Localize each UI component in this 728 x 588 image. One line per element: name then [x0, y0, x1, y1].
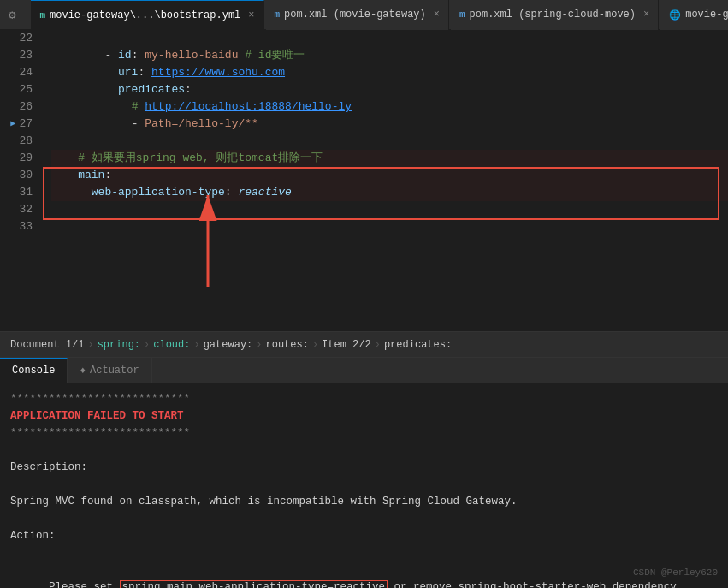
gutter-24: 24 [0, 64, 36, 81]
gear-icon[interactable]: ⚙ [3, 8, 21, 22]
panel-tabs: Console ♦ Actuator [0, 358, 728, 383]
watermark: CSDN @Perley620 [633, 564, 718, 581]
gutter-26: 26 [0, 98, 36, 116]
gutter-25: 25 [0, 81, 36, 98]
gutter-33: 33 [0, 218, 36, 235]
console-action-label: Action: [10, 527, 718, 544]
gutter-22: 22 [0, 30, 36, 47]
actuator-icon: ♦ [80, 365, 86, 376]
console-desc-text: Spring MVC found on classpath, which is … [10, 493, 718, 510]
gutter-31: 31 [0, 184, 36, 201]
console-desc-label: Description: [10, 459, 718, 476]
console-blank-4 [10, 544, 718, 561]
breadcrumb: Document 1/1 › spring: › cloud: › gatewa… [0, 331, 728, 357]
xml-icon: m [275, 9, 281, 20]
bc-predicates: predicates: [384, 339, 452, 351]
tab-pom-gateway[interactable]: m pom.xml (movie-gateway) × [266, 0, 449, 30]
gutter-27: ▶ 27 [0, 116, 36, 133]
console-blank-2 [10, 476, 718, 493]
gutter-23: 23 [0, 47, 36, 64]
console-blank-3 [10, 510, 718, 527]
bc-document: Document 1/1 [10, 339, 84, 351]
bc-sep: › [312, 339, 318, 351]
code-line-23: - id: my-hello-baidu # id要唯一 [51, 47, 728, 64]
gutter-32: 32 [0, 201, 36, 218]
bc-sep: › [256, 339, 262, 351]
actuator-label: Actuator [90, 365, 139, 377]
code-line-27: - Path=/hello-ly/** [51, 116, 728, 133]
console-blank-1 [10, 442, 718, 459]
tab-console[interactable]: Console [0, 358, 68, 383]
action-text-after: or remove spring-boot-starter-web depend… [388, 581, 683, 588]
action-code-box: spring.main.web-application-type=reactiv… [120, 580, 388, 588]
bc-cloud[interactable]: cloud: [153, 339, 190, 351]
tab-close-button[interactable]: × [434, 9, 440, 21]
code-line-26: # http://localhost:18888/hello-ly [51, 98, 728, 116]
code-line-31: web-application-type: reactive [51, 184, 728, 201]
code-line-33 [51, 218, 728, 235]
bc-sep: › [375, 339, 381, 351]
bc-sep: › [193, 339, 199, 351]
xml-icon: m [459, 9, 465, 20]
code-line-30: main: [51, 167, 728, 184]
bc-gateway: gateway: [204, 339, 253, 351]
console-action-line: Please set spring.main.web-application-t… [10, 561, 718, 588]
action-text-before: Please set [49, 581, 120, 588]
tab-label: movie-gateway\...\bootstrap.yml [50, 9, 240, 21]
code-line-29: # 如果要用spring web, 则把tomcat排除一下 [51, 150, 728, 167]
gutter-30: 30 [0, 167, 36, 184]
bc-sep: › [144, 339, 150, 351]
code-line-28 [51, 133, 728, 150]
web-icon: 🌐 [669, 9, 681, 21]
bottom-panel: Console ♦ Actuator *********************… [0, 357, 728, 588]
bc-routes: routes: [265, 339, 308, 351]
code-line-32 [51, 201, 728, 218]
tab-label: movie-gateway\... [685, 9, 728, 21]
code-line-24: uri: https://www.sohu.com [51, 64, 728, 81]
code-editor[interactable]: 22 23 24 25 26 ▶ 27 28 29 30 31 32 33 - … [0, 30, 728, 331]
tab-close-button[interactable]: × [643, 9, 649, 21]
tab-label: pom.xml (spring-cloud-move) [470, 9, 636, 21]
console-label: Console [12, 365, 55, 377]
console-stars-1: **************************** [10, 390, 718, 407]
line-numbers: 22 23 24 25 26 ▶ 27 28 29 30 31 32 33 [0, 30, 43, 331]
expand-icon[interactable]: ▶ [10, 116, 15, 133]
console-error-line: APPLICATION FAILED TO START [10, 407, 718, 425]
gutter-28: 28 [0, 133, 36, 150]
gutter-29: 29 [0, 150, 36, 167]
code-line-22 [51, 30, 728, 47]
code-content: - id: my-hello-baidu # id要唯一 uri: https:… [43, 30, 728, 331]
tab-movie-gateway-extra[interactable]: 🌐 movie-gateway\... × [660, 0, 728, 30]
tab-pom-spring-cloud[interactable]: m pom.xml (spring-cloud-move) × [451, 0, 659, 30]
console-output: **************************** APPLICATION… [0, 383, 728, 588]
tab-bootstrap-yaml[interactable]: m movie-gateway\...\bootstrap.yml × [31, 0, 263, 30]
console-stars-2: **************************** [10, 425, 718, 442]
code-line-25: predicates: [51, 81, 728, 98]
bc-item: Item 2/2 [322, 339, 371, 351]
yaml-icon: m [39, 10, 45, 21]
tab-bar: ⚙ m movie-gateway\...\bootstrap.yml × m … [0, 0, 728, 30]
tab-close-button[interactable]: × [248, 9, 254, 21]
tab-label: pom.xml (movie-gateway) [284, 9, 426, 21]
tab-actuator[interactable]: ♦ Actuator [68, 358, 151, 383]
bc-spring: spring: [98, 339, 140, 351]
bc-sep: › [87, 339, 93, 351]
